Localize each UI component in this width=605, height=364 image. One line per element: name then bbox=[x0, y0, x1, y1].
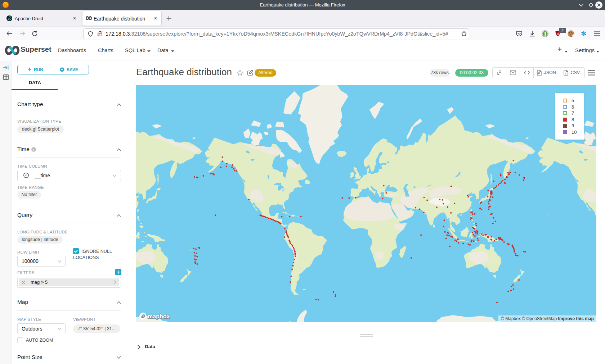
svg-text:mapbox: mapbox bbox=[148, 313, 170, 319]
svg-text:u: u bbox=[557, 32, 559, 36]
svg-text:x: x bbox=[565, 72, 566, 75]
